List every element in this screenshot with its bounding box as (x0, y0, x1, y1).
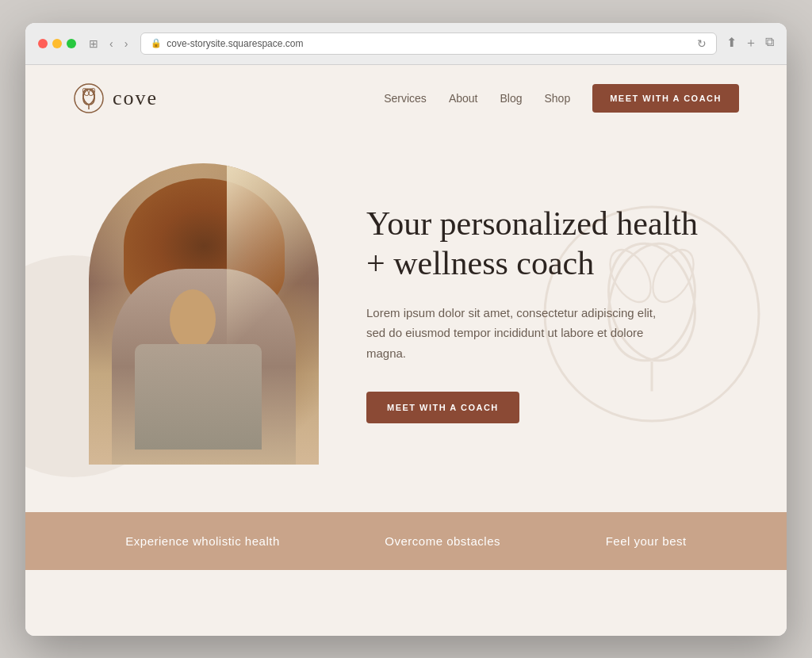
forward-button[interactable]: › (121, 36, 132, 52)
main-nav: Services About Blog Shop MEET WITH A COA… (384, 84, 739, 113)
new-tab-icon[interactable]: ＋ (745, 35, 757, 52)
nav-blog[interactable]: Blog (500, 92, 522, 105)
logo: cove (73, 82, 158, 114)
svg-point-2 (82, 87, 97, 105)
traffic-light-green[interactable] (67, 39, 76, 48)
bottom-bar-item-1: Experience wholistic health (125, 534, 279, 548)
lock-icon: 🔒 (151, 38, 162, 48)
hero-photo (89, 163, 319, 465)
nav-about[interactable]: About (449, 92, 478, 105)
bg-watermark (533, 195, 771, 433)
browser-chrome: ⊞ ‹ › 🔒 cove-storysite.squarespace.com ↻… (25, 23, 787, 65)
logo-text: cove (113, 86, 158, 110)
sidebar-toggle-button[interactable]: ⊞ (86, 36, 102, 52)
bottom-bar-item-2: Overcome obstacles (385, 534, 500, 548)
url-text: cove-storysite.squarespace.com (167, 38, 303, 49)
photo-bg-light (227, 163, 319, 344)
nav-services[interactable]: Services (384, 92, 427, 105)
browser-controls: ⊞ ‹ › (86, 36, 131, 52)
reload-icon[interactable]: ↻ (697, 37, 707, 50)
traffic-light-red[interactable] (38, 39, 48, 48)
traffic-lights (38, 39, 76, 48)
share-icon[interactable]: ⬆ (726, 35, 737, 52)
hero-cta-button[interactable]: MEET WITH A COACH (366, 392, 519, 423)
browser-window: ⊞ ‹ › 🔒 cove-storysite.squarespace.com ↻… (25, 23, 787, 636)
photo-skin (170, 289, 216, 350)
hero-section: Your personalized health + wellness coac… (25, 132, 787, 512)
hero-image (89, 163, 319, 465)
tabs-icon[interactable]: ⧉ (765, 35, 774, 52)
nav-cta-button[interactable]: MEET WITH A COACH (592, 84, 739, 113)
photo-clothing (135, 344, 262, 450)
header: cove Services About Blog Shop MEET WITH … (25, 65, 787, 132)
address-bar[interactable]: 🔒 cove-storysite.squarespace.com ↻ (140, 33, 717, 55)
hero-content: Your personalized health + wellness coac… (366, 204, 723, 423)
bottom-bar: Experience wholistic health Overcome obs… (25, 512, 787, 570)
bottom-bar-item-3: Feel your best (606, 534, 687, 548)
nav-shop[interactable]: Shop (545, 92, 571, 105)
browser-actions: ⬆ ＋ ⧉ (726, 35, 774, 52)
page-content: cove Services About Blog Shop MEET WITH … (25, 65, 787, 636)
traffic-light-yellow[interactable] (52, 39, 62, 48)
back-button[interactable]: ‹ (106, 36, 117, 52)
logo-icon (73, 82, 105, 114)
